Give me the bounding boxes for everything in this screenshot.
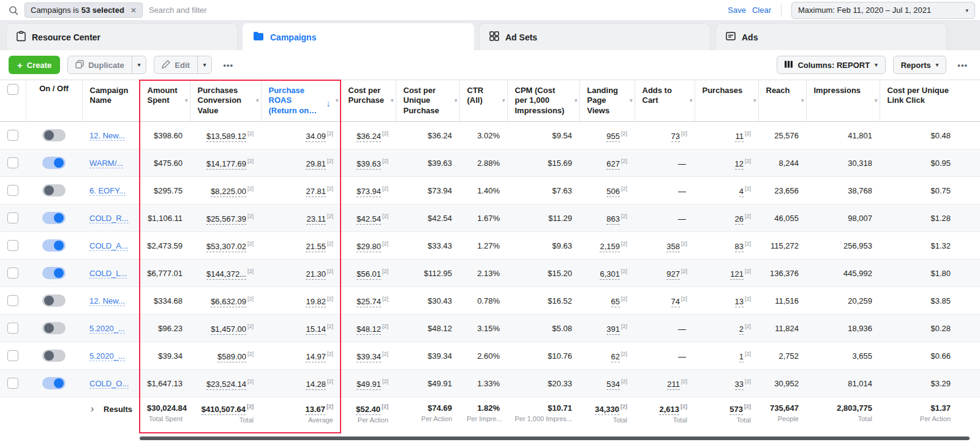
- column-header-purchases[interactable]: Purchases▾: [695, 80, 758, 122]
- column-header-reach[interactable]: Reach▾: [758, 80, 806, 122]
- cell-adds-to-cart: —: [678, 159, 686, 169]
- table-row[interactable]: 6. EOFY... $295.75 $8,225.00[2] 27.81[2]…: [0, 177, 980, 204]
- row-checkbox[interactable]: [7, 240, 18, 251]
- create-button[interactable]: + Create: [9, 56, 60, 74]
- campaign-on-off-toggle[interactable]: [42, 350, 66, 362]
- campaign-name-link[interactable]: 5.2020_...: [89, 351, 125, 361]
- campaign-name-link[interactable]: 12. New...: [89, 131, 125, 141]
- chevron-down-icon[interactable]: ▾: [336, 97, 339, 104]
- campaign-on-off-toggle[interactable]: [42, 267, 66, 279]
- campaign-on-off-toggle[interactable]: [42, 377, 66, 389]
- campaign-on-off-toggle[interactable]: [42, 157, 66, 169]
- chevron-down-icon[interactable]: ▾: [875, 97, 878, 104]
- column-header-purchases-conversion-value[interactable]: Purchases Conversion Value▾: [190, 80, 261, 122]
- cell-purchases-conversion-value: $8,225.00: [211, 187, 246, 197]
- row-checkbox[interactable]: [7, 185, 18, 196]
- cell-ctr: 1.27%: [477, 241, 500, 250]
- more-options-button[interactable]: •••: [954, 61, 971, 70]
- row-checkbox[interactable]: [7, 130, 18, 141]
- table-row[interactable]: 5.2020_... $96.23 $1,457.00[2] 15.14[2] …: [0, 315, 980, 342]
- campaign-on-off-toggle[interactable]: [42, 212, 66, 224]
- campaign-on-off-toggle[interactable]: [42, 239, 66, 252]
- duplicate-button[interactable]: Duplicate: [68, 56, 132, 73]
- chevron-down-icon[interactable]: ▾: [575, 97, 578, 104]
- column-header-cost-per-unique-purchase[interactable]: Cost per Unique Purchase▾: [396, 80, 459, 122]
- select-all-checkbox[interactable]: [7, 84, 18, 95]
- table-row[interactable]: COLD_O... $1,647.13 $23,524.14[2] 14.28[…: [0, 370, 980, 397]
- row-checkbox[interactable]: [7, 157, 18, 168]
- duplicate-dropdown-chevron-icon[interactable]: ▾: [132, 56, 146, 73]
- row-checkbox[interactable]: [7, 378, 18, 389]
- tab-ad-sets[interactable]: Ad Sets: [479, 23, 710, 50]
- column-header-adds-to-cart[interactable]: Adds to Cart▾: [635, 80, 695, 122]
- chevron-down-icon[interactable]: ▾: [801, 97, 804, 104]
- tab-ads[interactable]: Ads: [715, 23, 947, 50]
- chevron-down-icon[interactable]: ▾: [391, 97, 394, 104]
- chevron-down-icon[interactable]: ▾: [690, 97, 693, 104]
- horizontal-scrollbar[interactable]: [140, 436, 970, 440]
- campaign-on-off-toggle[interactable]: [42, 184, 66, 197]
- chevron-down-icon[interactable]: ▾: [502, 97, 505, 104]
- table-row[interactable]: WARM/... $475.60 $14,177.69[2] 29.81[2] …: [0, 149, 980, 177]
- expand-results-icon[interactable]: ›: [91, 403, 94, 414]
- edit-button[interactable]: Edit: [154, 56, 197, 73]
- clear-filter-link[interactable]: Clear: [752, 6, 771, 15]
- column-header-impressions[interactable]: Impressions▾: [806, 80, 880, 122]
- table-row[interactable]: 5.2020_... $39.34 $589.00[2] 14.97[2] $3…: [0, 342, 980, 370]
- campaign-name-link[interactable]: COLD_R...: [89, 214, 129, 223]
- attribution-superscript: [2]: [621, 241, 627, 247]
- campaign-name-link[interactable]: COLD_A...: [89, 241, 128, 251]
- table-row[interactable]: COLD_L... $6,777.01 $144,372...[2] 21.30…: [0, 260, 980, 287]
- campaign-name-link[interactable]: COLD_L...: [89, 269, 127, 279]
- chevron-down-icon[interactable]: ▾: [630, 97, 633, 104]
- campaign-on-off-toggle[interactable]: [42, 322, 66, 334]
- row-checkbox[interactable]: [7, 295, 18, 306]
- column-header-ctr[interactable]: CTR (All)▾: [459, 80, 507, 122]
- cell-reach: 25,576: [774, 131, 799, 140]
- close-icon[interactable]: ✕: [130, 6, 137, 15]
- chevron-down-icon[interactable]: ▾: [454, 97, 458, 104]
- reports-button[interactable]: Reports ▾: [893, 56, 947, 74]
- tab-campaigns[interactable]: Campaigns: [243, 23, 474, 50]
- column-header-landing-page-views[interactable]: Landing Page Views▾: [579, 80, 635, 122]
- columns-button[interactable]: Columns: REPORT ▾: [777, 56, 885, 74]
- column-header-cpm[interactable]: CPM (Cost per 1,000 Impressions)▾: [507, 80, 579, 122]
- cell-landing-page-views: 62: [611, 352, 620, 362]
- column-header-purchase-roas[interactable]: Purchase ROAS (Return on…↓▾: [261, 80, 341, 122]
- cell-purchases-conversion-value: $144,372...: [206, 269, 246, 280]
- campaign-on-off-toggle[interactable]: [42, 294, 66, 307]
- table-row[interactable]: 12. New... $334.68 $6,632.09[2] 19.82[2]…: [0, 287, 980, 315]
- column-header-label: CTR (All): [467, 86, 484, 105]
- campaign-on-off-toggle[interactable]: [42, 129, 66, 141]
- filter-chip-campaigns-selected[interactable]: Campaigns is 53 selected ✕: [24, 2, 143, 18]
- campaign-name-link[interactable]: 5.2020_...: [89, 324, 125, 334]
- row-checkbox[interactable]: [7, 350, 18, 361]
- toggle-knob: [54, 213, 64, 223]
- edit-dropdown-chevron-icon[interactable]: ▾: [197, 56, 212, 73]
- date-range-selector[interactable]: Maximum: Feb 11, 2020 – Jul 1, 2021 ▾: [791, 2, 975, 19]
- column-header-cost-per-unique-link-click[interactable]: Cost per Unique Link Click: [880, 80, 980, 122]
- results-purchases: 573: [729, 405, 743, 415]
- search-input[interactable]: Search and filter: [149, 6, 722, 15]
- chevron-down-icon[interactable]: ▾: [185, 97, 188, 104]
- campaign-name-link[interactable]: 6. EOFY...: [89, 186, 126, 196]
- column-header-campaign-name[interactable]: Campaign Name: [82, 80, 140, 122]
- table-row[interactable]: COLD_A... $2,473.59 $53,307.02[2] 21.55[…: [0, 232, 980, 260]
- more-actions-button[interactable]: •••: [219, 61, 237, 70]
- save-filter-link[interactable]: Save: [728, 6, 746, 15]
- chevron-down-icon[interactable]: ▾: [753, 97, 756, 104]
- table-row[interactable]: 12. New... $398.60 $13,589.12[2] 34.09[2…: [0, 122, 980, 149]
- chevron-down-icon[interactable]: ▾: [256, 97, 259, 104]
- campaign-name-link[interactable]: 12. New...: [89, 296, 125, 306]
- tab-resource-center[interactable]: Resource Center: [6, 23, 238, 50]
- row-checkbox[interactable]: [7, 268, 18, 279]
- row-checkbox[interactable]: [7, 323, 18, 334]
- table-row[interactable]: COLD_R... $1,106.11 $25,567.39[2] 23.11[…: [0, 204, 980, 232]
- row-checkbox[interactable]: [7, 212, 18, 223]
- column-header-cost-per-purchase[interactable]: Cost per Purchase▾: [341, 80, 396, 122]
- campaign-name-link[interactable]: WARM/...: [89, 159, 123, 168]
- sort-descending-icon[interactable]: ↓: [326, 99, 331, 110]
- cell-adds-to-cart: 74: [671, 297, 680, 307]
- column-header-amount-spent[interactable]: Amount Spent▾: [140, 80, 190, 122]
- campaign-name-link[interactable]: COLD_O...: [89, 379, 129, 389]
